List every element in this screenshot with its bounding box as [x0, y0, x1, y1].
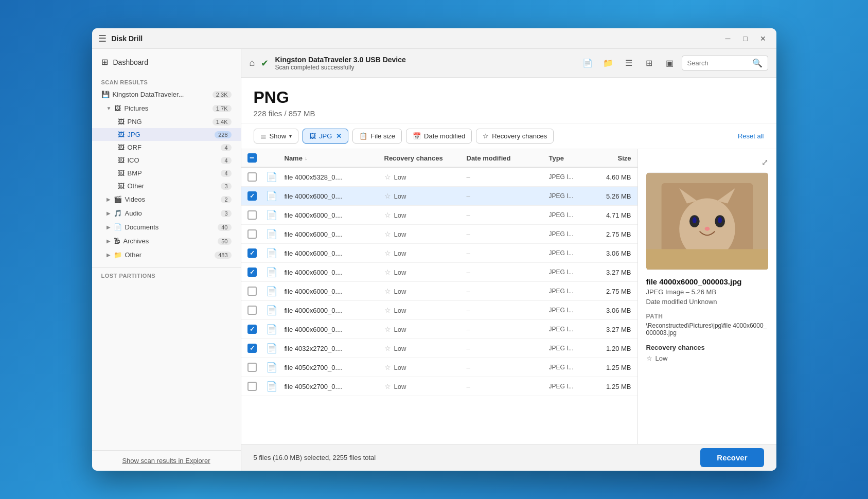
sidebar-item-orf[interactable]: 🖼 ORF 4 [92, 141, 241, 154]
table-row[interactable]: 📄 file 4000x6000_0.... ☆Low – JPEG I... … [241, 225, 637, 244]
row-checkbox-5[interactable]: ✓ [247, 268, 266, 277]
sidebar-item-bmp[interactable]: 🖼 BMP 4 [92, 167, 241, 180]
row-checkbox-0[interactable] [247, 172, 266, 182]
png-icon: 🖼 [118, 118, 125, 126]
type-0: JPEG I... [549, 173, 590, 181]
checkbox-11[interactable] [247, 382, 257, 391]
show-chevron-icon: ▾ [289, 133, 292, 139]
row-checkbox-4[interactable]: ✓ [247, 248, 266, 258]
jpg-filter-close-icon[interactable]: ✕ [336, 132, 342, 140]
status-bar: 5 files (16.0 MB) selected, 2255 files t… [241, 444, 776, 471]
date-modified-filter-btn[interactable]: 📅 Date modified [406, 129, 472, 144]
date-9: – [467, 345, 549, 352]
table-row[interactable]: 📄 file 4000x5328_0.... ☆Low – JPEG I... … [241, 168, 637, 187]
minimize-button[interactable]: ─ [721, 31, 735, 46]
sidebar-item-audio[interactable]: ▶ 🎵 Audio 3 [92, 206, 241, 220]
row-checkbox-11[interactable] [247, 382, 266, 391]
panel-view-btn[interactable]: ▣ [661, 55, 679, 72]
row-checkbox-3[interactable] [247, 229, 266, 239]
checkbox-3[interactable] [247, 229, 257, 239]
sidebar-item-ico[interactable]: 🖼 ICO 4 [92, 154, 241, 167]
chevron-right-icon-other: ▶ [107, 252, 111, 258]
select-all-checkbox[interactable]: − [247, 153, 266, 163]
sidebar-dashboard[interactable]: ⊞ Dashboard [92, 49, 241, 75]
checkbox-2[interactable] [247, 210, 257, 220]
preview-filetype: JPEG Image – 5.26 MB [646, 288, 768, 296]
table-row[interactable]: 📄 file 4000x6000_0.... ☆Low – JPEG I... … [241, 282, 637, 301]
chevron-down-icon: ▼ [107, 105, 112, 111]
checkbox-6[interactable] [247, 287, 257, 296]
search-input[interactable] [687, 59, 749, 67]
size-8: 3.27 MB [590, 326, 631, 333]
menu-button[interactable]: ☰ [98, 33, 107, 44]
file-icon-2: 📄 [266, 209, 285, 221]
row-checkbox-1[interactable]: ✓ [247, 191, 266, 201]
home-icon[interactable]: ⌂ [250, 58, 255, 68]
list-view-btn[interactable]: ☰ [620, 55, 637, 72]
checkbox-7[interactable] [247, 306, 257, 315]
jpg-filter-btn[interactable]: 🖼 JPG ✕ [303, 129, 348, 144]
table-row[interactable]: ✓ 📄 file 4032x2720_0.... ☆Low – JPEG I..… [241, 339, 637, 358]
sidebar-item-pictures[interactable]: ▼ 🖼 Pictures 1.7K [92, 101, 241, 115]
name-header[interactable]: Name ↓ [285, 154, 384, 162]
file-icon-8: 📄 [266, 324, 285, 335]
dashboard-grid-icon: ⊞ [101, 57, 108, 67]
page-subtitle: 228 files / 857 MB [254, 109, 764, 118]
show-scan-results-link[interactable]: Show scan results in Explorer [101, 457, 232, 465]
show-filter-btn[interactable]: ⚌ Show ▾ [254, 129, 299, 144]
show-label: Show [270, 132, 287, 140]
row-checkbox-7[interactable] [247, 306, 266, 315]
close-button[interactable]: ✕ [756, 31, 770, 46]
reset-all-link[interactable]: Reset all [738, 132, 764, 140]
sidebar-device[interactable]: 💾 Kingston DataTraveler... 2.3K [92, 87, 241, 101]
sidebar-item-other[interactable]: ▶ 📁 Other 483 [92, 248, 241, 262]
row-checkbox-6[interactable] [247, 287, 266, 296]
filename-4: file 4000x6000_0.... [285, 249, 384, 257]
header-toolbar: 📄 📁 ☰ ⊞ ▣ 🔍 [579, 55, 768, 72]
maximize-button[interactable]: □ [738, 31, 753, 46]
checkbox-10[interactable] [247, 363, 257, 372]
table-row[interactable]: ✓ 📄 file 4000x6000_0.... ☆Low – JPEG I..… [241, 320, 637, 339]
sidebar-item-jpg[interactable]: 🖼 JPG 228 [92, 128, 241, 141]
star-icon-7: ☆ [384, 306, 391, 314]
file-icon-5: 📄 [266, 266, 285, 278]
size-6: 2.75 MB [590, 288, 631, 295]
ico-label: ICO [128, 156, 218, 164]
sidebar-item-pictures-other[interactable]: 🖼 Other 3 [92, 180, 241, 192]
checkmark-8: ✓ [250, 326, 255, 333]
page-title: PNG [254, 88, 764, 107]
row-checkbox-8[interactable]: ✓ [247, 325, 266, 334]
folder-view-btn[interactable]: 📁 [599, 55, 617, 72]
checkbox-8[interactable]: ✓ [247, 325, 257, 334]
row-checkbox-2[interactable] [247, 210, 266, 220]
table-row[interactable]: ✓ 📄 file 4000x6000_0.... ☆Low – JPEG I..… [241, 244, 637, 263]
table-row[interactable]: 📄 file 4050x2700_0.... ☆Low – JPEG I... … [241, 358, 637, 377]
size-7: 3.06 MB [590, 307, 631, 314]
sidebar-item-documents[interactable]: ▶ 📄 Documents 40 [92, 220, 241, 234]
checkbox-5[interactable]: ✓ [247, 268, 257, 277]
expand-preview-icon[interactable]: ⤢ [761, 157, 768, 167]
table-row[interactable]: 📄 file 4050x2700_0.... ☆Low – JPEG I... … [241, 377, 637, 396]
grid-view-btn[interactable]: ⊞ [641, 55, 658, 72]
ico-badge: 4 [221, 157, 231, 164]
row-checkbox-9[interactable]: ✓ [247, 344, 266, 353]
checkbox-9[interactable]: ✓ [247, 344, 257, 353]
recovery-chances-filter-btn[interactable]: ☆ Recovery chances [476, 129, 554, 144]
table-row[interactable]: ✓ 📄 file 4000x6000_0.... ☆Low – JPEG I..… [241, 187, 637, 206]
file-size-filter-btn[interactable]: 📋 File size [352, 129, 402, 144]
recovery-11: ☆Low [384, 382, 467, 390]
table-row[interactable]: ✓ 📄 file 4000x6000_0.... ☆Low – JPEG I..… [241, 263, 637, 282]
row-checkbox-10[interactable] [247, 363, 266, 372]
table-row[interactable]: 📄 file 4000x6000_0.... ☆Low – JPEG I... … [241, 206, 637, 225]
checkbox-1[interactable]: ✓ [247, 191, 257, 201]
sidebar-item-videos[interactable]: ▶ 🎬 Videos 2 [92, 192, 241, 206]
recover-button[interactable]: Recover [700, 448, 764, 467]
header-checkbox[interactable]: − [247, 153, 257, 163]
check-icon: ✔ [261, 58, 269, 69]
sidebar-item-png[interactable]: 🖼 PNG 1.4K [92, 115, 241, 128]
table-row[interactable]: 📄 file 4000x6000_0.... ☆Low – JPEG I... … [241, 301, 637, 320]
checkbox-4[interactable]: ✓ [247, 248, 257, 258]
checkbox-0[interactable] [247, 172, 257, 182]
file-view-btn[interactable]: 📄 [579, 55, 596, 72]
sidebar-item-archives[interactable]: ▶ 🗜 Archives 50 [92, 234, 241, 248]
